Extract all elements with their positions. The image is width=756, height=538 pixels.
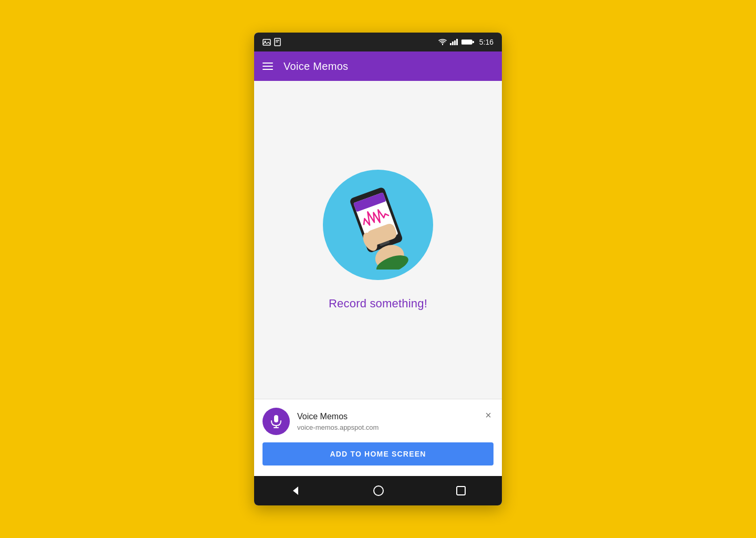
svg-marker-22 — [293, 487, 298, 495]
svg-rect-3 — [276, 40, 279, 41]
bottom-banner: Voice Memos voice-memos.appspot.com × AD… — [254, 399, 502, 476]
signal-status-icon — [450, 39, 458, 45]
app-bar-title: Voice Memos — [284, 60, 348, 73]
app-bar: Voice Memos — [254, 51, 502, 81]
back-button[interactable] — [277, 481, 314, 501]
recents-icon — [456, 485, 466, 496]
voice-memo-illustration — [333, 180, 423, 270]
home-button[interactable] — [360, 481, 397, 501]
banner-info: Voice Memos voice-memos.appspot.com — [297, 411, 476, 431]
banner-app-icon — [262, 408, 290, 435]
svg-rect-24 — [457, 487, 465, 495]
main-content: Record something! — [254, 81, 502, 399]
svg-rect-9 — [461, 40, 472, 44]
hamburger-menu-icon[interactable] — [262, 63, 273, 70]
banner-close-button[interactable]: × — [483, 408, 494, 422]
battery-status-icon — [461, 39, 474, 45]
record-something-text: Record something! — [329, 297, 427, 311]
svg-rect-0 — [263, 39, 270, 45]
back-icon — [290, 485, 301, 496]
nav-bar — [254, 476, 502, 505]
status-bar: 5:16 — [254, 33, 502, 51]
banner-header: Voice Memos voice-memos.appspot.com × — [262, 408, 494, 435]
home-icon — [373, 485, 384, 496]
banner-app-url: voice-memos.appspot.com — [297, 423, 476, 431]
svg-rect-10 — [472, 41, 474, 43]
svg-rect-4 — [276, 42, 278, 43]
add-to-home-screen-button[interactable]: ADD TO HOME SCREEN — [262, 442, 494, 465]
svg-rect-7 — [454, 40, 456, 45]
svg-rect-6 — [452, 42, 454, 45]
image-icon — [262, 39, 271, 46]
svg-rect-8 — [456, 39, 458, 45]
recents-button[interactable] — [443, 481, 479, 500]
status-left-icons — [262, 38, 281, 46]
svg-rect-5 — [450, 43, 452, 45]
card-icon — [274, 38, 281, 46]
microphone-icon — [269, 414, 284, 429]
phone-frame: 5:16 Voice Memos — [254, 33, 502, 505]
illustration-circle — [323, 170, 433, 280]
svg-point-23 — [374, 486, 383, 495]
svg-rect-19 — [274, 415, 278, 422]
banner-app-name: Voice Memos — [297, 411, 476, 422]
wifi-status-icon — [438, 39, 447, 45]
status-time: 5:16 — [479, 38, 494, 46]
